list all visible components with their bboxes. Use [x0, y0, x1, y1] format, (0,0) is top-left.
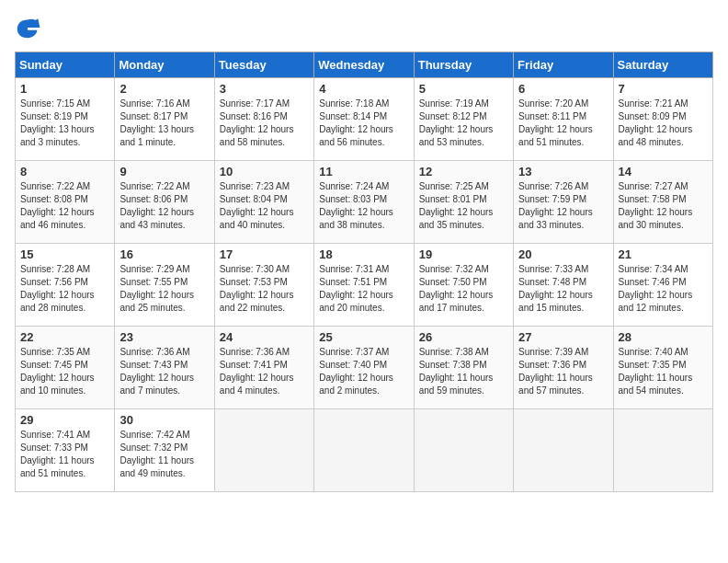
day-info: Sunrise: 7:19 AMSunset: 8:12 PMDaylight:… [419, 98, 508, 149]
calendar-day-cell: 27Sunrise: 7:39 AMSunset: 7:36 PMDayligh… [514, 327, 613, 409]
calendar-week-row: 15Sunrise: 7:28 AMSunset: 7:56 PMDayligh… [16, 244, 713, 327]
day-info: Sunrise: 7:25 AMSunset: 8:01 PMDaylight:… [419, 180, 508, 232]
day-number: 28 [619, 330, 708, 344]
day-info: Sunrise: 7:17 AMSunset: 8:16 PMDaylight:… [220, 98, 309, 149]
sunrise-text: Sunrise: 7:19 AM [419, 98, 489, 109]
calendar-day-cell: 22Sunrise: 7:35 AMSunset: 7:45 PMDayligh… [16, 327, 115, 409]
sunrise-text: Sunrise: 7:30 AM [220, 264, 290, 274]
day-number: 22 [20, 330, 109, 344]
sunrise-text: Sunrise: 7:16 AM [119, 98, 189, 109]
sunset-text: Sunset: 8:01 PM [419, 194, 487, 204]
day-info: Sunrise: 7:35 AMSunset: 7:45 PMDaylight:… [20, 346, 109, 397]
daylight-text: Daylight: 13 hours and 3 minutes. [20, 124, 95, 147]
day-info: Sunrise: 7:21 AMSunset: 8:09 PMDaylight:… [619, 98, 708, 149]
daylight-text: Daylight: 12 hours and 46 minutes. [20, 207, 95, 230]
calendar-day-cell: 13Sunrise: 7:26 AMSunset: 7:59 PMDayligh… [514, 161, 613, 244]
day-number: 3 [220, 82, 309, 96]
sunrise-text: Sunrise: 7:22 AM [119, 181, 189, 191]
sunrise-text: Sunrise: 7:40 AM [619, 347, 688, 357]
day-info: Sunrise: 7:22 AMSunset: 8:08 PMDaylight:… [20, 180, 109, 232]
calendar-day-cell [314, 409, 414, 492]
calendar-day-cell: 30Sunrise: 7:42 AMSunset: 7:32 PMDayligh… [115, 409, 214, 492]
day-number: 29 [20, 413, 109, 427]
daylight-text: Daylight: 12 hours and 15 minutes. [518, 290, 593, 313]
day-header-thursday: Thursday [414, 52, 513, 78]
calendar-day-cell: 10Sunrise: 7:23 AMSunset: 8:04 PMDayligh… [214, 161, 313, 244]
calendar-day-cell: 25Sunrise: 7:37 AMSunset: 7:40 PMDayligh… [314, 327, 414, 409]
day-info: Sunrise: 7:36 AMSunset: 7:43 PMDaylight:… [119, 346, 209, 397]
daylight-text: Daylight: 11 hours and 59 minutes. [419, 373, 494, 396]
calendar-week-row: 8Sunrise: 7:22 AMSunset: 8:08 PMDaylight… [16, 161, 713, 244]
day-number: 12 [419, 165, 508, 178]
day-info: Sunrise: 7:27 AMSunset: 7:58 PMDaylight:… [619, 180, 708, 232]
sunset-text: Sunset: 8:09 PM [619, 111, 687, 121]
calendar-day-cell: 29Sunrise: 7:41 AMSunset: 7:33 PMDayligh… [16, 409, 115, 492]
day-info: Sunrise: 7:28 AMSunset: 7:56 PMDaylight:… [20, 263, 109, 315]
sunset-text: Sunset: 7:40 PM [319, 360, 387, 370]
day-info: Sunrise: 7:38 AMSunset: 7:38 PMDaylight:… [419, 346, 508, 397]
sunset-text: Sunset: 7:58 PM [619, 194, 687, 204]
daylight-text: Daylight: 12 hours and 56 minutes. [319, 124, 393, 147]
sunrise-text: Sunrise: 7:21 AM [619, 98, 688, 109]
daylight-text: Daylight: 12 hours and 12 minutes. [619, 290, 693, 313]
sunset-text: Sunset: 8:12 PM [419, 111, 487, 121]
sunrise-text: Sunrise: 7:35 AM [20, 347, 90, 357]
calendar-week-row: 1Sunrise: 7:15 AMSunset: 8:19 PMDaylight… [16, 78, 713, 161]
sunset-text: Sunset: 8:03 PM [319, 194, 387, 204]
logo [15, 15, 44, 40]
sunset-text: Sunset: 8:16 PM [220, 111, 288, 121]
day-header-saturday: Saturday [613, 52, 712, 78]
daylight-text: Daylight: 12 hours and 22 minutes. [220, 290, 294, 313]
calendar-day-cell: 5Sunrise: 7:19 AMSunset: 8:12 PMDaylight… [414, 78, 513, 161]
sunrise-text: Sunrise: 7:18 AM [319, 98, 389, 109]
day-info: Sunrise: 7:16 AMSunset: 8:17 PMDaylight:… [119, 98, 209, 149]
daylight-text: Daylight: 12 hours and 35 minutes. [419, 207, 494, 230]
day-number: 6 [518, 82, 608, 96]
day-number: 15 [20, 247, 109, 261]
sunset-text: Sunset: 8:04 PM [220, 194, 288, 204]
sunrise-text: Sunrise: 7:26 AM [518, 181, 588, 191]
sunset-text: Sunset: 8:17 PM [119, 111, 188, 121]
sunset-text: Sunset: 7:32 PM [119, 442, 188, 453]
day-info: Sunrise: 7:22 AMSunset: 8:06 PMDaylight:… [119, 180, 209, 232]
daylight-text: Daylight: 11 hours and 51 minutes. [20, 455, 95, 478]
daylight-text: Daylight: 11 hours and 57 minutes. [518, 373, 593, 396]
daylight-text: Daylight: 12 hours and 40 minutes. [220, 207, 294, 230]
sunrise-text: Sunrise: 7:36 AM [119, 347, 189, 357]
sunset-text: Sunset: 7:41 PM [220, 360, 288, 370]
day-number: 20 [518, 247, 608, 261]
sunrise-text: Sunrise: 7:41 AM [20, 430, 90, 440]
daylight-text: Daylight: 13 hours and 1 minute. [119, 124, 194, 147]
sunrise-text: Sunrise: 7:37 AM [319, 347, 389, 357]
calendar-day-cell: 20Sunrise: 7:33 AMSunset: 7:48 PMDayligh… [514, 244, 613, 327]
day-info: Sunrise: 7:24 AMSunset: 8:03 PMDaylight:… [319, 180, 408, 232]
calendar-day-cell: 2Sunrise: 7:16 AMSunset: 8:17 PMDaylight… [115, 78, 214, 161]
day-info: Sunrise: 7:40 AMSunset: 7:35 PMDaylight:… [619, 346, 708, 397]
day-number: 18 [319, 247, 408, 261]
day-number: 25 [319, 330, 408, 344]
sunrise-text: Sunrise: 7:17 AM [220, 98, 290, 109]
sunrise-text: Sunrise: 7:28 AM [20, 264, 90, 274]
day-info: Sunrise: 7:15 AMSunset: 8:19 PMDaylight:… [20, 98, 109, 149]
calendar-day-cell [613, 409, 712, 492]
daylight-text: Daylight: 12 hours and 48 minutes. [619, 124, 693, 147]
sunset-text: Sunset: 7:43 PM [119, 360, 188, 370]
logo-icon [15, 15, 40, 40]
daylight-text: Daylight: 12 hours and 17 minutes. [419, 290, 494, 313]
sunrise-text: Sunrise: 7:34 AM [619, 264, 688, 274]
sunset-text: Sunset: 8:06 PM [119, 194, 188, 204]
sunrise-text: Sunrise: 7:42 AM [119, 430, 189, 440]
day-number: 10 [220, 165, 309, 178]
daylight-text: Daylight: 11 hours and 54 minutes. [619, 373, 693, 396]
calendar-day-cell: 28Sunrise: 7:40 AMSunset: 7:35 PMDayligh… [613, 327, 712, 409]
calendar-header-row: SundayMondayTuesdayWednesdayThursdayFrid… [16, 52, 713, 78]
calendar-day-cell: 23Sunrise: 7:36 AMSunset: 7:43 PMDayligh… [115, 327, 214, 409]
daylight-text: Daylight: 12 hours and 4 minutes. [220, 373, 294, 396]
calendar-day-cell: 19Sunrise: 7:32 AMSunset: 7:50 PMDayligh… [414, 244, 513, 327]
day-info: Sunrise: 7:41 AMSunset: 7:33 PMDaylight:… [20, 429, 109, 480]
sunset-text: Sunset: 7:53 PM [220, 277, 288, 287]
sunset-text: Sunset: 7:46 PM [619, 277, 687, 287]
daylight-text: Daylight: 12 hours and 33 minutes. [518, 207, 593, 230]
calendar-week-row: 29Sunrise: 7:41 AMSunset: 7:33 PMDayligh… [16, 409, 713, 492]
daylight-text: Daylight: 11 hours and 49 minutes. [119, 455, 194, 478]
